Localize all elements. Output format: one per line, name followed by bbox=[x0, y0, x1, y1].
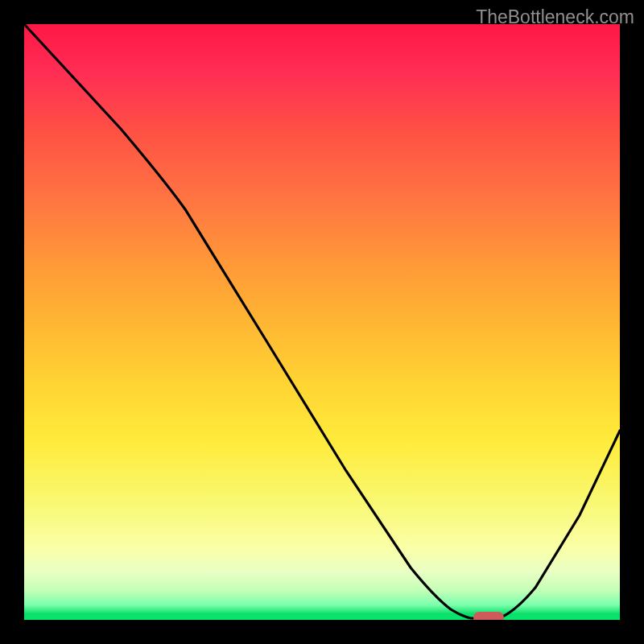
curve-overlay bbox=[24, 24, 620, 620]
chart-plot-area bbox=[24, 24, 620, 620]
optimal-marker bbox=[473, 612, 504, 620]
bottleneck-curve-line bbox=[24, 24, 620, 618]
watermark-text: TheBottleneck.com bbox=[476, 6, 634, 28]
